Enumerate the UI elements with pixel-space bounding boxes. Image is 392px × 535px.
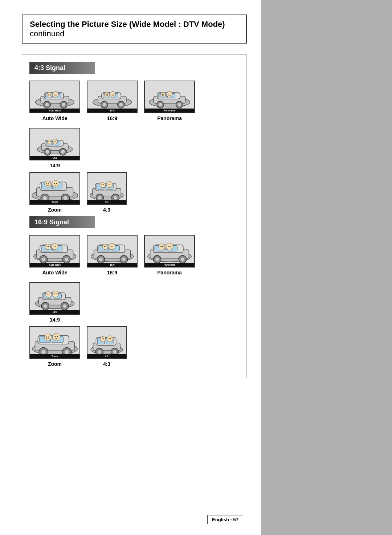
svg-point-76 <box>46 183 47 184</box>
item-panorama-43: Panorama Panorama <box>144 81 195 121</box>
bar-43-43: 4:3 <box>87 200 126 204</box>
frame-149-43: 14:9 <box>29 128 80 160</box>
svg-point-139 <box>166 243 173 250</box>
svg-point-39 <box>159 103 162 107</box>
svg-point-155 <box>52 291 58 297</box>
svg-point-125 <box>105 246 106 247</box>
svg-point-89 <box>114 196 117 200</box>
signal169-row2: Zoom Zoom <box>29 326 239 367</box>
item-autowide-43: Auto Wide Auto Wide <box>29 81 80 121</box>
svg-point-7 <box>45 103 49 107</box>
svg-point-45 <box>163 94 164 95</box>
svg-point-11 <box>53 91 58 97</box>
svg-point-9 <box>62 103 65 107</box>
svg-point-170 <box>44 334 51 341</box>
svg-point-153 <box>63 305 66 308</box>
svg-point-92 <box>101 184 102 185</box>
caption-panorama-43: Panorama <box>157 115 182 121</box>
svg-point-191 <box>110 338 111 339</box>
frame-169-43: 16:9 <box>87 81 138 113</box>
item-149-169: 14:9 14:9 <box>29 282 80 323</box>
caption-149-169: 14:9 <box>50 317 60 323</box>
frame-autowide-169: Auto Wide <box>29 235 80 268</box>
svg-point-122 <box>102 244 108 250</box>
signal-169-header: 16:9 Signal <box>29 216 95 228</box>
svg-point-111 <box>55 246 56 246</box>
svg-point-154 <box>46 292 52 298</box>
car-illustration-169-43 <box>87 81 137 113</box>
svg-point-95 <box>110 184 110 184</box>
svg-point-188 <box>102 338 102 339</box>
svg-point-60 <box>49 141 49 142</box>
bar-autowide-43: Auto Wide <box>30 109 79 113</box>
svg-point-135 <box>155 257 159 261</box>
svg-point-187 <box>107 336 113 342</box>
svg-point-105 <box>65 257 68 261</box>
svg-point-13 <box>50 94 50 95</box>
bar-panorama-43: Panorama <box>145 109 194 113</box>
svg-point-190 <box>109 338 110 339</box>
svg-point-41 <box>177 103 181 107</box>
svg-point-30 <box>112 94 113 94</box>
section-169signal: 16:9 Signal <box>29 216 239 367</box>
svg-point-140 <box>160 246 162 247</box>
svg-point-61 <box>50 141 50 142</box>
svg-point-25 <box>119 103 123 107</box>
svg-point-44 <box>162 94 163 95</box>
svg-point-91 <box>106 181 113 188</box>
svg-point-175 <box>57 336 58 337</box>
svg-point-159 <box>56 293 57 294</box>
svg-point-15 <box>56 94 57 94</box>
item-zoom-169: Zoom Zoom <box>29 326 80 367</box>
caption-43-169: 4:3 <box>103 361 110 367</box>
svg-point-126 <box>111 246 112 246</box>
page-content: Selecting the Picture Size (Wide Model :… <box>0 0 261 535</box>
caption-autowide-43: Auto Wide <box>42 115 67 121</box>
caption-autowide-169: Auto Wide <box>42 270 67 275</box>
svg-point-62 <box>54 141 55 142</box>
item-zoom-43: Zoom Zoom <box>29 172 80 213</box>
svg-point-74 <box>45 181 51 187</box>
frame-zoom-43: Zoom <box>29 172 80 205</box>
svg-point-77 <box>48 183 49 184</box>
svg-point-137 <box>181 257 184 261</box>
svg-point-171 <box>52 333 60 341</box>
svg-point-58 <box>48 140 52 144</box>
car-illustration-autowide-43 <box>30 81 79 113</box>
bar-169-43: 16:9 <box>87 109 137 113</box>
svg-point-143 <box>170 246 171 247</box>
item-43-169: 4:3 4:3 <box>87 326 127 367</box>
frame-149-169: 14:9 <box>29 282 80 315</box>
svg-point-79 <box>56 183 57 184</box>
item-169-43: 16:9 16:9 <box>87 81 138 121</box>
signal169-row1: Auto Wide Auto Wide <box>29 235 239 323</box>
svg-point-172 <box>46 336 47 338</box>
item-panorama-169: Panorama Panorama <box>144 235 195 275</box>
svg-point-142 <box>168 246 170 247</box>
car-illustration-149-169 <box>30 283 79 314</box>
car-illustration-169-169 <box>87 236 137 267</box>
caption-43-43: 4:3 <box>103 207 110 213</box>
signal43-row1: Auto Wide Auto Wide <box>29 81 239 168</box>
svg-point-55 <box>46 150 49 154</box>
svg-point-138 <box>159 244 165 250</box>
svg-point-103 <box>42 257 45 261</box>
svg-point-63 <box>56 141 56 142</box>
svg-point-110 <box>54 246 54 246</box>
caption-zoom-169: Zoom <box>48 361 62 367</box>
bar-zoom-169: Zoom <box>30 354 79 358</box>
svg-point-106 <box>45 244 51 250</box>
caption-149-43: 14:9 <box>50 163 60 168</box>
car-illustration-autowide-169 <box>30 236 79 267</box>
svg-point-108 <box>46 246 47 247</box>
svg-point-10 <box>47 92 52 97</box>
caption-zoom-43: Zoom <box>48 207 62 213</box>
bar-43-169: 4:3 <box>87 354 126 358</box>
car-illustration-zoom-169 <box>30 327 79 358</box>
bar-panorama-169: Panorama <box>145 263 194 267</box>
car-illustration-43-43 <box>87 173 126 204</box>
svg-point-186 <box>100 336 106 342</box>
svg-point-124 <box>104 246 105 247</box>
svg-point-59 <box>53 139 58 144</box>
car-illustration-panorama-169 <box>145 236 194 267</box>
